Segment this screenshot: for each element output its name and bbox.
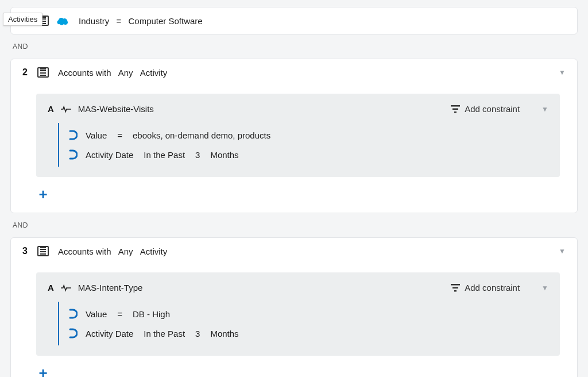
field-token: Activity Date xyxy=(86,329,133,338)
constraint-row[interactable]: Value = ebooks, on-demand demo, products xyxy=(68,125,548,145)
unit-token: Months xyxy=(210,329,238,338)
op-token: = xyxy=(117,16,122,26)
tooltip-activities: Activities xyxy=(3,13,42,26)
svg-rect-3 xyxy=(451,284,460,286)
constraint-row[interactable]: Value = DB - High xyxy=(68,304,548,324)
activity-block: A MAS-Website-Visits Add constraint ▼ Va… xyxy=(36,94,560,177)
rule-card-2: 2 Accounts with Any Activity ▼ A MAS-Web… xyxy=(10,59,578,213)
value-token: ebooks, on-demand demo, products xyxy=(133,130,270,140)
demandbase-icon xyxy=(68,328,78,338)
add-activity-button[interactable]: + xyxy=(36,187,50,201)
field-token: Activity Date xyxy=(86,150,133,160)
noun-token: Activity xyxy=(140,68,168,78)
rule-header[interactable]: Accounts with Any Activity xyxy=(56,247,169,256)
filter-icon xyxy=(451,105,460,113)
account-icon xyxy=(37,246,49,256)
filter-icon xyxy=(451,284,460,292)
add-constraint-label: Add constraint xyxy=(465,283,520,293)
unit-token: Months xyxy=(210,150,238,160)
add-constraint-button[interactable]: Add constraint ▼ xyxy=(451,104,548,114)
chevron-down-icon[interactable]: ▼ xyxy=(541,105,548,113)
account-icon xyxy=(37,67,49,78)
rule-condition[interactable]: Industry = Computer Software xyxy=(76,16,205,26)
rule-number: 2 xyxy=(22,67,30,78)
boolean-connector: AND xyxy=(13,43,588,51)
constraint-list: Value = DB - High Activity Date In the P… xyxy=(58,302,548,345)
salesforce-icon xyxy=(56,16,69,25)
pulse-icon xyxy=(61,105,71,113)
op-token: = xyxy=(117,309,122,319)
quantifier-token: Any xyxy=(118,247,133,256)
activity-block: A MAS-Intent-Type Add constraint ▼ Value… xyxy=(36,272,560,356)
constraint-row[interactable]: Activity Date In the Past 3 Months xyxy=(68,145,548,164)
num-token: 3 xyxy=(195,150,200,160)
pulse-icon xyxy=(61,284,71,292)
rule-card-1: Industry = Computer Software xyxy=(10,7,578,34)
demandbase-icon xyxy=(68,309,78,319)
add-constraint-label: Add constraint xyxy=(465,104,520,114)
constraint-row[interactable]: Activity Date In the Past 3 Months xyxy=(68,324,548,343)
prefix-token: Accounts with xyxy=(58,68,111,78)
field-token: Value xyxy=(86,130,107,140)
value-token: DB - High xyxy=(133,309,170,319)
constraint-list: Value = ebooks, on-demand demo, products… xyxy=(58,123,548,167)
rule-number: 3 xyxy=(22,246,30,256)
value-token: Computer Software xyxy=(128,16,202,26)
svg-rect-5 xyxy=(454,290,457,292)
chevron-down-icon[interactable]: ▼ xyxy=(559,68,566,76)
chevron-down-icon[interactable]: ▼ xyxy=(559,247,566,255)
svg-rect-1 xyxy=(452,108,458,110)
rule-header[interactable]: Accounts with Any Activity xyxy=(56,68,169,78)
quantifier-token: Any xyxy=(118,68,133,78)
field-token: Industry xyxy=(79,16,109,26)
add-constraint-button[interactable]: Add constraint ▼ xyxy=(451,283,548,293)
prefix-token: Accounts with xyxy=(58,247,111,256)
activity-letter: A xyxy=(48,104,54,114)
boolean-connector: AND xyxy=(13,221,588,229)
rule-card-3: 3 Accounts with Any Activity ▼ A MAS-Int… xyxy=(10,237,578,377)
field-token: Value xyxy=(86,309,107,319)
op-token: In the Past xyxy=(144,329,185,338)
op-token: = xyxy=(117,130,122,140)
activity-name[interactable]: MAS-Intent-Type xyxy=(78,283,143,293)
demandbase-icon xyxy=(68,130,78,140)
svg-rect-2 xyxy=(454,111,457,113)
activity-name[interactable]: MAS-Website-Visits xyxy=(78,104,154,114)
demandbase-icon xyxy=(68,149,78,160)
activity-letter: A xyxy=(48,283,54,293)
chevron-down-icon[interactable]: ▼ xyxy=(541,284,548,292)
op-token: In the Past xyxy=(144,150,185,160)
add-activity-button[interactable]: + xyxy=(36,366,50,377)
svg-rect-0 xyxy=(451,105,460,107)
svg-rect-4 xyxy=(452,287,458,288)
num-token: 3 xyxy=(195,329,200,338)
noun-token: Activity xyxy=(140,247,168,256)
